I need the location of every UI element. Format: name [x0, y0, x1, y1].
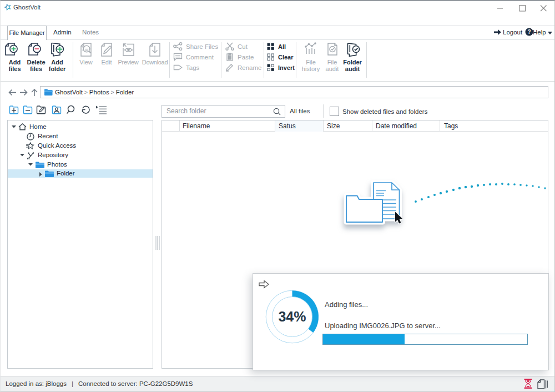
svg-text:?: ? [527, 29, 531, 35]
